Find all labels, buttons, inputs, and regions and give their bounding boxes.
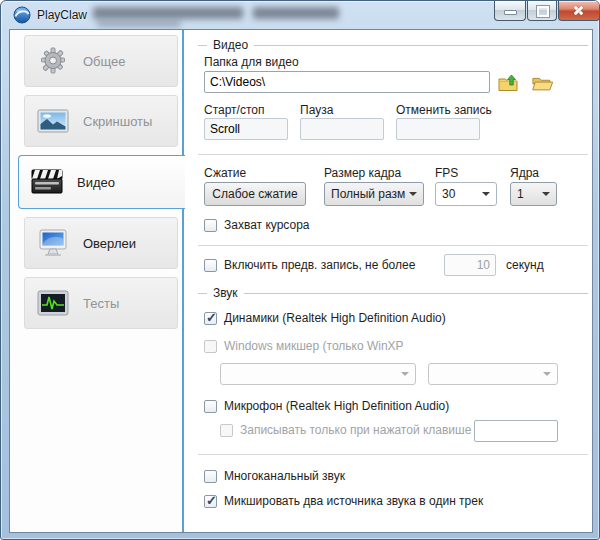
- frame-size-value: Полный размер: [331, 187, 405, 201]
- folder-open-icon: [532, 74, 554, 92]
- pause-label: Пауза: [300, 103, 333, 117]
- separator: [198, 245, 588, 246]
- playclaw-logo-icon: [13, 6, 31, 24]
- clapperboard-icon: [27, 167, 67, 197]
- checkbox-icon[interactable]: [204, 400, 217, 413]
- close-button[interactable]: [558, 1, 600, 21]
- compression-button[interactable]: Слабое сжатие: [204, 182, 306, 206]
- chevron-down-icon: [543, 372, 551, 376]
- cancel-record-label: Отменить запись: [396, 103, 492, 117]
- mixer-source-select: [220, 363, 416, 385]
- sidebar-item-general[interactable]: Общее: [24, 35, 178, 87]
- push-to-talk-key-input[interactable]: [474, 420, 558, 442]
- checkbox-label: Микшировать два источника звука в один т…: [224, 494, 483, 508]
- chevron-down-icon: [409, 192, 417, 196]
- maximize-icon: [537, 6, 549, 17]
- checkbox-icon[interactable]: [204, 495, 217, 508]
- checkbox-label: Динамики (Realtek High Definition Audio): [224, 311, 446, 325]
- blurred-text: [93, 7, 243, 19]
- sidebar: Общее Скринш: [10, 30, 182, 532]
- tests-icon: [33, 290, 73, 316]
- chevron-down-icon: [401, 372, 409, 376]
- checkbox-icon[interactable]: [204, 219, 217, 232]
- cores-select[interactable]: 1: [510, 182, 557, 206]
- checkbox-label: Windows микшер (только WinXP: [224, 339, 404, 353]
- frame-size-label: Размер кадра: [324, 166, 401, 180]
- multichannel-checkbox[interactable]: Многоканальный звук: [204, 469, 345, 483]
- playclaw-window: PlayClaw: [0, 0, 600, 540]
- minimize-button[interactable]: [494, 1, 526, 21]
- blurred-text: [253, 7, 339, 19]
- separator: [198, 454, 588, 455]
- sidebar-divider: [182, 30, 184, 532]
- video-settings-panel: Видео Папка для видео Старт/стоп Пауза: [184, 30, 592, 532]
- sidebar-item-label: Скриншоты: [83, 114, 152, 129]
- checkbox-label: Включить предв. запись, не более: [224, 258, 415, 272]
- sidebar-item-screenshots[interactable]: Скриншоты: [24, 95, 178, 147]
- screenshot-icon: [33, 108, 73, 134]
- prerecord-seconds-input[interactable]: [444, 254, 496, 276]
- chevron-down-icon: [542, 192, 550, 196]
- folder-up-icon: [498, 74, 520, 92]
- separator: [198, 154, 588, 155]
- fps-label: FPS: [435, 166, 458, 180]
- gear-icon: [33, 46, 73, 76]
- sidebar-item-label: Видео: [77, 175, 115, 190]
- checkbox-label: Записывать только при нажатой клавише: [240, 423, 471, 437]
- goto-folder-button[interactable]: [498, 73, 520, 92]
- capture-cursor-checkbox[interactable]: Захват курсора: [204, 218, 309, 232]
- windows-mixer-checkbox: Windows микшер (только WinXP: [204, 339, 404, 353]
- sidebar-item-video[interactable]: Видео: [18, 155, 185, 209]
- minimize-icon: [504, 10, 517, 15]
- mixer-line-select: [428, 363, 558, 385]
- frame-size-select[interactable]: Полный размер: [324, 182, 424, 206]
- checkbox-label: Микрофон (Realtek High Definition Audio): [224, 399, 449, 413]
- sidebar-item-label: Общее: [83, 54, 126, 69]
- sidebar-item-label: Оверлеи: [83, 236, 136, 251]
- checkbox-icon[interactable]: [204, 259, 217, 272]
- browse-folder-button[interactable]: [532, 73, 554, 92]
- checkbox-icon: [204, 340, 217, 353]
- chevron-down-icon: [482, 192, 490, 196]
- sidebar-item-overlays[interactable]: Оверлеи: [24, 217, 178, 269]
- seconds-label: секунд: [506, 258, 544, 272]
- titlebar[interactable]: PlayClaw: [1, 1, 599, 29]
- maximize-button[interactable]: [527, 1, 557, 21]
- window-title: PlayClaw: [37, 8, 87, 22]
- mix-two-sources-checkbox[interactable]: Микшировать два источника звука в один т…: [204, 494, 483, 508]
- sidebar-item-label: Тесты: [83, 296, 119, 311]
- startstop-hotkey-input[interactable]: [204, 118, 288, 140]
- fps-select[interactable]: 30: [435, 182, 497, 206]
- video-group-legend: Видео: [198, 38, 588, 52]
- client-area: Общее Скринш: [9, 29, 593, 533]
- pause-hotkey-input[interactable]: [300, 118, 384, 140]
- group-title: Видео: [211, 38, 250, 52]
- video-folder-input[interactable]: [204, 71, 490, 93]
- compression-label: Сжатие: [204, 166, 246, 180]
- speakers-checkbox[interactable]: Динамики (Realtek High Definition Audio): [204, 311, 446, 325]
- prerecord-checkbox[interactable]: Включить предв. запись, не более: [204, 258, 415, 272]
- checkbox-icon[interactable]: [204, 312, 217, 325]
- monitor-icon: [33, 228, 73, 258]
- cancel-hotkey-input[interactable]: [396, 118, 480, 140]
- microphone-checkbox[interactable]: Микрофон (Realtek High Definition Audio): [204, 399, 449, 413]
- window-controls: [494, 1, 600, 21]
- checkbox-label: Захват курсора: [224, 218, 309, 232]
- cores-label: Ядра: [510, 166, 539, 180]
- group-title: Звук: [211, 286, 240, 300]
- checkbox-label: Многоканальный звук: [224, 469, 345, 483]
- cores-value: 1: [517, 187, 538, 201]
- fps-value: 30: [442, 187, 478, 201]
- blurred-text: [97, 21, 181, 27]
- startstop-label: Старт/стоп: [204, 103, 264, 117]
- sidebar-item-tests[interactable]: Тесты: [24, 277, 178, 329]
- checkbox-icon: [220, 424, 233, 437]
- checkbox-icon[interactable]: [204, 470, 217, 483]
- push-to-talk-checkbox: Записывать только при нажатой клавише: [220, 423, 471, 437]
- sound-group-legend: Звук: [198, 286, 588, 300]
- folder-label: Папка для видео: [204, 55, 299, 69]
